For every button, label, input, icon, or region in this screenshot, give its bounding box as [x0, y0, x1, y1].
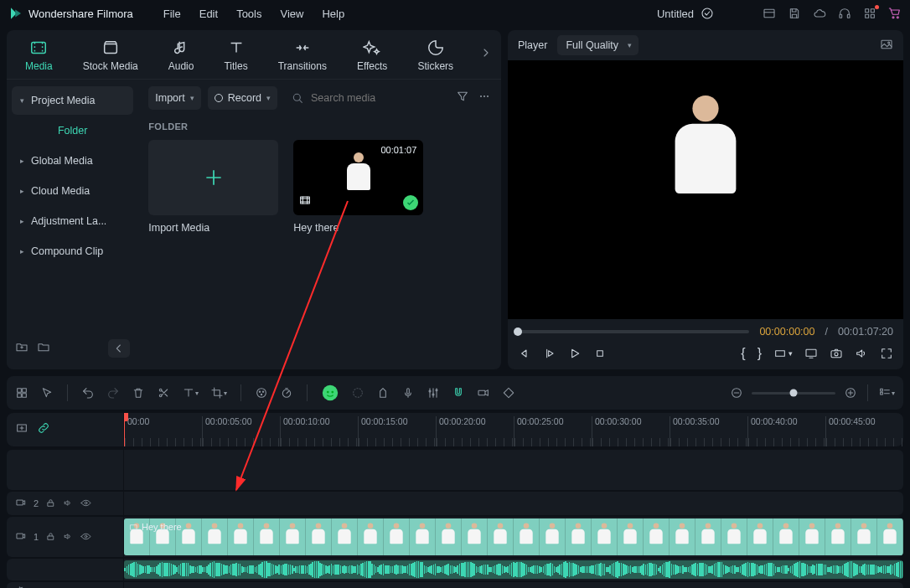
- save-icon[interactable]: [788, 7, 801, 20]
- play-in-icon[interactable]: [543, 347, 556, 360]
- cart-icon[interactable]: [888, 7, 902, 20]
- tl-magnet-icon[interactable]: [452, 386, 465, 400]
- volume-icon[interactable]: [855, 347, 868, 360]
- tl-ai-icon[interactable]: [321, 384, 339, 402]
- filter-icon[interactable]: [456, 90, 469, 106]
- sidebar-collapse-icon[interactable]: [108, 339, 130, 358]
- display-icon[interactable]: [804, 347, 818, 360]
- fullscreen-icon[interactable]: [880, 347, 893, 360]
- svg-rect-11: [104, 44, 116, 53]
- mark-out-icon[interactable]: }: [757, 346, 762, 361]
- tl-cursor-icon[interactable]: [40, 386, 54, 400]
- stop-icon[interactable]: [593, 347, 607, 360]
- search-media[interactable]: [284, 86, 449, 110]
- tl-redo-icon[interactable]: [106, 386, 120, 400]
- record-button[interactable]: Record▾: [208, 86, 277, 110]
- sidebar-compound-clip[interactable]: ▸Compound Clip: [12, 237, 133, 266]
- quality-dropdown[interactable]: Full Quality▾: [557, 35, 639, 55]
- track-number: 2: [34, 498, 39, 508]
- tl-keyframe-icon[interactable]: [502, 386, 515, 400]
- tl-view-icon[interactable]: ▾: [878, 386, 895, 400]
- tl-crop-icon[interactable]: ▾: [210, 386, 227, 400]
- tl-delete-icon[interactable]: [132, 386, 145, 400]
- time-ruler[interactable]: 00:00 00:00:05:00 00:00:10:00 00:00:15:0…: [124, 413, 903, 446]
- tl-split-icon[interactable]: [157, 386, 170, 400]
- tab-transitions[interactable]: Transitions: [268, 37, 337, 74]
- tab-stock-media[interactable]: Stock Media: [73, 37, 148, 74]
- progress-bar[interactable]: [518, 330, 749, 333]
- zoom-slider[interactable]: [752, 392, 835, 395]
- tabs-scroll-right-icon[interactable]: [479, 46, 493, 63]
- import-media-tile[interactable]: Import Media: [148, 140, 278, 234]
- tl-text-icon[interactable]: ▾: [182, 386, 199, 400]
- sidebar-adjustment-layer[interactable]: ▸Adjustment La...: [12, 207, 133, 235]
- link-clips-icon[interactable]: [37, 421, 50, 438]
- tl-color-icon[interactable]: [255, 386, 268, 400]
- import-button[interactable]: Import▾: [148, 86, 200, 110]
- zoom-in-icon[interactable]: [844, 386, 857, 400]
- headphones-icon[interactable]: [838, 7, 851, 20]
- new-bin-icon[interactable]: [37, 340, 50, 357]
- menu-file[interactable]: File: [163, 8, 181, 20]
- svg-point-55: [85, 535, 87, 538]
- tl-adjust-icon[interactable]: [15, 386, 28, 400]
- menu-edit[interactable]: Edit: [199, 8, 218, 20]
- track-mute-icon[interactable]: [63, 531, 74, 544]
- layout-icon[interactable]: [763, 7, 776, 20]
- menu-tools[interactable]: Tools: [236, 8, 261, 20]
- mark-in-icon[interactable]: {: [741, 346, 745, 361]
- track-video-1[interactable]: 1 Hey there: [7, 517, 903, 557]
- tab-titles[interactable]: Titles: [214, 37, 257, 74]
- track-hide-icon[interactable]: [80, 498, 91, 510]
- camera-icon[interactable]: [830, 347, 843, 360]
- tl-speed-icon[interactable]: [280, 386, 293, 400]
- menu-help[interactable]: Help: [322, 8, 344, 20]
- sidebar-cloud-media[interactable]: ▸Cloud Media: [12, 177, 133, 205]
- track-empty[interactable]: [7, 450, 903, 490]
- apps-icon[interactable]: [863, 7, 876, 20]
- sidebar-project-media[interactable]: ▾Project Media: [12, 86, 133, 115]
- media-clip-hey-there[interactable]: 00:01:07 Hey there: [293, 140, 423, 234]
- play-icon[interactable]: [568, 347, 582, 360]
- svg-point-30: [257, 389, 266, 398]
- menu-view[interactable]: View: [280, 8, 303, 20]
- svg-rect-53: [17, 534, 23, 539]
- track-lock-icon[interactable]: [45, 498, 56, 510]
- tab-media[interactable]: Media: [15, 37, 63, 74]
- sidebar-folder[interactable]: Folder: [12, 116, 133, 145]
- ratio-icon[interactable]: ▾: [773, 347, 793, 360]
- track-audio-1[interactable]: [7, 559, 903, 580]
- playhead[interactable]: [124, 413, 125, 446]
- new-folder-icon[interactable]: [15, 340, 28, 357]
- prev-frame-icon[interactable]: [518, 347, 531, 360]
- add-track-icon[interactable]: [15, 421, 28, 438]
- track-lock-icon[interactable]: [45, 531, 56, 544]
- tl-marker-icon[interactable]: [376, 386, 390, 400]
- zoom-out-icon[interactable]: [730, 386, 743, 400]
- tl-link-icon[interactable]: [477, 386, 490, 400]
- tab-audio[interactable]: Audio: [158, 37, 204, 74]
- snapshot-icon[interactable]: [880, 38, 893, 54]
- plus-icon: [203, 167, 225, 188]
- tab-effects[interactable]: Effects: [347, 37, 397, 74]
- timeline-clip[interactable]: Hey there: [124, 518, 903, 555]
- track-hide-icon[interactable]: [80, 531, 91, 544]
- svg-rect-27: [23, 394, 27, 398]
- tl-mic-icon[interactable]: [401, 386, 415, 400]
- tab-stickers[interactable]: Stickers: [407, 37, 463, 74]
- tl-dotcircle-icon[interactable]: [351, 386, 365, 400]
- more-icon[interactable]: [478, 90, 491, 106]
- search-input[interactable]: [311, 92, 442, 104]
- sidebar-global-media[interactable]: ▸Global Media: [12, 147, 133, 175]
- cloud-icon[interactable]: [813, 7, 826, 20]
- svg-rect-50: [17, 500, 23, 505]
- track-mute-icon[interactable]: [63, 498, 74, 510]
- project-name[interactable]: Untitled: [657, 7, 714, 20]
- timeline-audio-clip[interactable]: [124, 560, 903, 579]
- svg-rect-51: [48, 502, 54, 505]
- svg-rect-56: [131, 524, 137, 529]
- track-audio-extra[interactable]: [7, 582, 903, 588]
- preview-viewport[interactable]: [508, 60, 903, 319]
- tl-mixer-icon[interactable]: [427, 386, 440, 400]
- tl-undo-icon[interactable]: [81, 386, 95, 400]
